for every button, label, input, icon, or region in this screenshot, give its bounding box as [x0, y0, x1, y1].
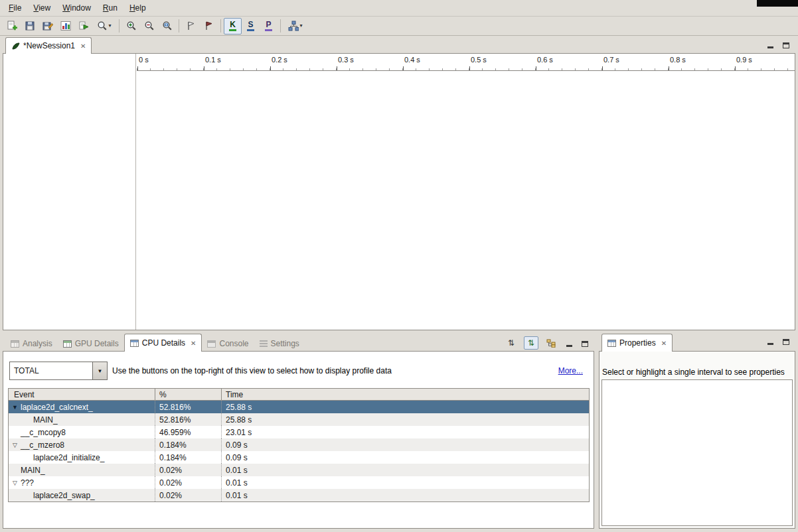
ruler-minor-ticks [137, 68, 795, 70]
stream-timeline-toggle-button[interactable]: S [242, 18, 260, 34]
menu-help[interactable]: Help [123, 1, 152, 15]
tab-label: Settings [271, 339, 299, 348]
menu-run[interactable]: Run [97, 1, 123, 15]
timeline-canvas[interactable] [137, 72, 795, 330]
previous-marker-button[interactable] [182, 18, 200, 34]
table-row[interactable]: ▽ __c_mzero8 0.184% 0.09 s [9, 438, 589, 451]
ruler-tick-label: 0.1 s [205, 56, 221, 64]
tab-gpu-details[interactable]: GPU Details [58, 336, 124, 351]
kernel-timeline-toggle-button[interactable]: K [224, 18, 242, 34]
event-cell: ▽ ??? [9, 476, 155, 489]
minimize-panel-button[interactable] [765, 336, 775, 346]
toolbar-separator [280, 19, 281, 33]
process-timeline-toggle-button[interactable]: P [260, 18, 278, 34]
export-results-button[interactable] [74, 18, 92, 34]
close-tab-icon[interactable]: ✕ [191, 340, 196, 347]
search-menu-button[interactable]: ▾ [92, 18, 116, 34]
maximize-icon [783, 42, 789, 48]
save-icon [25, 21, 35, 31]
more-link[interactable]: More... [558, 366, 583, 375]
table-row[interactable]: MAIN_ 52.816% 25.88 s [9, 413, 589, 426]
analysis-menu-button[interactable]: ▾ [283, 18, 307, 34]
column-header-event[interactable]: Event [9, 389, 155, 400]
maximize-panel-button[interactable] [781, 336, 791, 346]
table-row[interactable]: laplace2d_swap_ 0.02% 0.01 s [9, 489, 589, 501]
menu-window[interactable]: Window [56, 1, 97, 15]
maximize-panel-button[interactable] [781, 40, 791, 49]
flat-profile-view-button[interactable]: ⇅ [504, 336, 519, 350]
tree-expander-icon[interactable]: ▽ [11, 480, 19, 486]
flag-filled-icon [204, 21, 214, 31]
tab-settings[interactable]: Settings [254, 336, 305, 351]
time-cell: 0.09 s [221, 438, 589, 451]
minimize-panel-button[interactable] [564, 338, 574, 348]
save-button[interactable] [21, 18, 39, 34]
properties-empty-box [601, 379, 793, 526]
dropdown-caret-icon: ▾ [299, 23, 302, 29]
properties-panel-controls [765, 336, 791, 346]
timeline-editor-panel: *NewSession1 ✕ 0 s 0.1 s 0.2 s 0.3 s 0.4… [3, 37, 795, 330]
editor-panel-controls [765, 40, 791, 49]
zoom-out-button[interactable] [140, 18, 158, 34]
main-toolbar: ▾ K S P ▾ [0, 17, 798, 36]
minimize-panel-button[interactable] [765, 40, 775, 49]
tab-analysis[interactable]: Analysis [5, 336, 58, 351]
combo-dropdown-button[interactable]: ▼ [93, 362, 108, 380]
ruler-tick-label: 0.9 s [736, 56, 752, 64]
new-session-button[interactable] [3, 18, 21, 34]
table-row[interactable]: ▼ laplace2d_calcnext_ 52.816% 25.88 s [9, 401, 589, 413]
menu-view[interactable]: View [27, 1, 56, 15]
table-row[interactable]: laplace2d_initialize_ 0.184% 0.09 s [9, 451, 589, 464]
maximize-panel-button[interactable] [580, 338, 590, 348]
event-cell: ▽ __c_mzero8 [9, 438, 155, 451]
chart-view-button[interactable] [56, 18, 74, 34]
properties-hint-text: Select or highlight a single interval to… [602, 367, 785, 377]
branch-icon [288, 21, 299, 31]
tab-label: Console [219, 339, 248, 348]
tree-hierarchy-icon [546, 338, 556, 348]
export-icon [78, 21, 89, 31]
tab-properties[interactable]: Properties ✕ [601, 334, 673, 352]
time-cell: 23.01 s [221, 426, 589, 438]
save-as-button[interactable] [39, 18, 56, 34]
next-marker-button[interactable] [200, 18, 218, 34]
sort-arrows-icon: ⇅ [508, 339, 515, 347]
zoom-out-icon [144, 21, 155, 31]
menu-file[interactable]: File [3, 1, 27, 15]
zoom-fit-icon [162, 21, 173, 31]
reverse-call-tree-view-button[interactable] [544, 336, 558, 350]
time-cell: 0.01 s [221, 489, 589, 501]
zoom-in-button[interactable] [122, 18, 140, 34]
time-cell: 0.09 s [221, 451, 589, 464]
percent-cell: 0.02% [155, 489, 221, 501]
session-tab[interactable]: *NewSession1 ✕ [5, 37, 92, 54]
table-row[interactable]: MAIN_ 0.02% 0.01 s [9, 464, 589, 476]
call-tree-view-button[interactable]: ⇅ [524, 336, 538, 350]
tree-expander-icon[interactable]: ▼ [11, 404, 19, 411]
tree-expander-icon[interactable]: ▽ [11, 442, 19, 448]
zoom-in-icon [126, 21, 137, 31]
details-panel: Analysis GPU Details CPU Details ✕ Conso… [3, 334, 594, 529]
flag-outline-icon [186, 21, 196, 31]
close-tab-icon[interactable]: ✕ [661, 340, 667, 347]
table-row[interactable]: ▽ ??? 0.02% 0.01 s [9, 476, 589, 489]
profile-scope-combo[interactable]: TOTAL ▼ [9, 362, 108, 380]
ruler-tick-label: 0.5 s [471, 56, 487, 64]
column-header-time[interactable]: Time [221, 389, 589, 400]
display-hint-text: Use the buttons on the top-right of this… [112, 366, 392, 375]
table-row[interactable]: __c_mcopy8 46.959% 23.01 s [9, 426, 589, 438]
close-tab-icon[interactable]: ✕ [80, 42, 86, 50]
event-cell: laplace2d_swap_ [9, 489, 155, 501]
tab-cpu-details[interactable]: CPU Details ✕ [124, 334, 202, 352]
combo-value[interactable]: TOTAL [9, 362, 93, 380]
tab-console[interactable]: Console [202, 336, 254, 351]
gpu-details-icon [63, 340, 72, 348]
percent-cell: 46.959% [155, 426, 221, 438]
magnifier-icon [97, 21, 108, 31]
bar-chart-icon [60, 21, 71, 31]
timeline-ruler[interactable]: 0 s 0.1 s 0.2 s 0.3 s 0.4 s 0.5 s 0.6 s … [137, 54, 795, 71]
tab-label: CPU Details [142, 338, 185, 348]
time-cell: 25.88 s [221, 413, 589, 426]
zoom-fit-button[interactable] [158, 18, 176, 34]
column-header-percent[interactable]: % [155, 389, 221, 400]
